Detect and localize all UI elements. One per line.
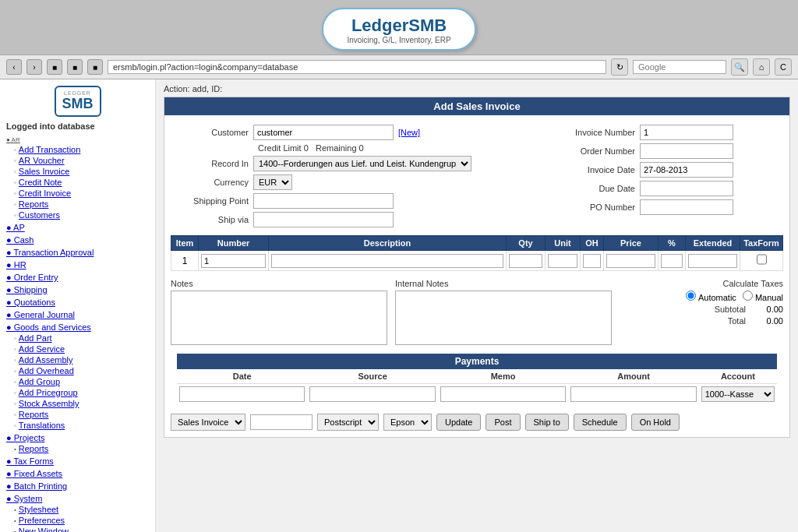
back-btn[interactable]: ‹ <box>6 59 22 75</box>
search-icon[interactable]: 🔍 <box>731 58 748 76</box>
cell-qty <box>507 251 546 271</box>
sidebar-item-add-part[interactable]: ◦Add Part <box>3 333 152 344</box>
sidebar-logo-box: LEDGER SMB <box>55 86 101 117</box>
description-input[interactable] <box>271 254 503 268</box>
invoice-date-input[interactable] <box>640 162 733 178</box>
doc-extra-input[interactable] <box>250 414 312 430</box>
printer-select[interactable]: Epson <box>383 414 432 431</box>
browser-home-icon[interactable]: ⌂ <box>753 58 770 76</box>
payment-account-cell: 1000--Kasse <box>699 384 777 405</box>
number-input[interactable] <box>201 254 266 268</box>
total-value: 0.00 <box>752 316 783 326</box>
col-unit: Unit <box>546 236 581 251</box>
percent-input[interactable] <box>661 254 683 268</box>
sidebar-item-add-transaction[interactable]: ◦Add Transaction <box>3 144 152 155</box>
on-hold-button[interactable]: On Hold <box>631 414 680 431</box>
price-input[interactable] <box>606 254 655 268</box>
sidebar-item-cash[interactable]: ● Cash <box>3 234 152 245</box>
ship-to-button[interactable]: Ship to <box>525 414 569 431</box>
customer-input[interactable] <box>253 125 394 140</box>
manual-radio[interactable] <box>743 291 753 301</box>
sidebar-item-ap[interactable]: ● AP <box>3 222 152 233</box>
cell-taxform <box>740 251 783 271</box>
col-account: Account <box>699 369 777 384</box>
home-btn[interactable]: ■ <box>47 59 62 75</box>
customer-label: Customer <box>171 128 249 137</box>
due-date-row: Due Date <box>557 181 783 196</box>
sidebar-item-quotations[interactable]: ● Quotations <box>3 297 152 308</box>
refresh-btn[interactable]: ↻ <box>611 58 628 76</box>
sidebar-item-general-journal[interactable]: ● General Journal <box>3 309 152 320</box>
qty-input[interactable] <box>509 254 542 268</box>
sidebar-item-sales-invoice[interactable]: ◦Sales Invoice <box>3 166 152 177</box>
sidebar-item-tax-forms[interactable]: ● Tax Forms <box>3 456 152 467</box>
sidebar-item-system[interactable]: ● System <box>3 493 152 504</box>
col-amount: Amount <box>568 369 698 384</box>
browser-refresh-icon[interactable]: C <box>775 58 792 76</box>
sidebar-item-add-pricegroup[interactable]: ◦Add Pricegroup <box>3 387 152 398</box>
internal-notes-textarea[interactable] <box>395 291 612 345</box>
url-bar[interactable] <box>108 60 606 74</box>
logo-subtitle: Invoicing, G/L, Inventory, ERP <box>347 36 450 44</box>
record-in-select[interactable]: 1400--Forderungen aus Lief. und Leist. K… <box>253 156 471 171</box>
sidebar-item-add-service[interactable]: ◦Add Service <box>3 344 152 354</box>
sidebar-item-goods-services[interactable]: ● Goods and Services <box>3 322 152 333</box>
invoice-number-input[interactable] <box>640 125 733 140</box>
page-btn[interactable]: ■ <box>87 59 103 75</box>
sidebar-item-add-assembly[interactable]: ◦Add Assembly <box>3 354 152 365</box>
taxform-checkbox[interactable] <box>757 252 767 266</box>
sidebar-item-gs-reports[interactable]: ◦Reports <box>3 409 152 420</box>
cell-item-num: 1 <box>171 251 199 271</box>
search-bar[interactable] <box>633 60 726 74</box>
sidebar-item-credit-note[interactable]: ◦Credit Note <box>3 177 152 188</box>
sidebar-item-fixed-assets[interactable]: ● Fixed Assets <box>3 468 152 479</box>
sidebar-item-customers[interactable]: ◦Customers <box>3 210 152 220</box>
schedule-button[interactable]: Schedule <box>574 414 627 431</box>
sidebar-item-add-group[interactable]: ◦Add Group <box>3 376 152 387</box>
shipping-point-input[interactable] <box>253 193 394 209</box>
sidebar-item-projects-reports[interactable]: •Reports <box>3 443 152 454</box>
ship-via-input[interactable] <box>253 212 394 227</box>
forward-btn[interactable]: › <box>26 59 42 75</box>
currency-select[interactable]: EUR <box>253 174 292 190</box>
po-number-input[interactable] <box>640 199 733 215</box>
notes-textarea[interactable] <box>171 291 387 345</box>
new-customer-link[interactable]: [New] <box>398 128 420 137</box>
sidebar-item-shipping[interactable]: ● Shipping <box>3 284 152 295</box>
payment-date-input[interactable] <box>179 386 305 402</box>
oh-input[interactable] <box>583 254 601 268</box>
sidebar-item-new-window[interactable]: •New Window <box>3 526 152 532</box>
sidebar-item-ar-reports[interactable]: ◦Reports <box>3 199 152 210</box>
sidebar-item-ar[interactable]: ● AR <box>3 136 150 144</box>
sidebar-item-ar-voucher[interactable]: ◦AR Voucher <box>3 155 152 166</box>
order-number-input[interactable] <box>640 143 733 159</box>
form-top-columns: Customer [New] Credit Limit 0 Remaining … <box>171 125 783 231</box>
notes-tax-section: Notes Internal Notes Calculate Taxes <box>164 276 789 351</box>
post-button[interactable]: Post <box>486 414 520 431</box>
extended-input[interactable] <box>688 254 737 268</box>
payment-amount-input[interactable] <box>570 386 696 402</box>
sidebar-item-batch-printing[interactable]: ● Batch Printing <box>3 481 152 491</box>
cell-number <box>199 251 269 271</box>
automatic-radio[interactable] <box>686 291 696 301</box>
sidebar-item-translations[interactable]: ◦Translations <box>3 420 152 431</box>
sidebar-item-stylesheet[interactable]: •Stylesheet <box>3 504 152 515</box>
update-button[interactable]: Update <box>436 414 481 431</box>
doc-type-select[interactable]: Sales Invoice <box>171 414 245 431</box>
sidebar-item-stock-assembly[interactable]: ◦Stock Assembly <box>3 398 152 409</box>
sidebar-item-order-entry[interactable]: ● Order Entry <box>3 272 152 283</box>
sidebar-item-add-overhead[interactable]: ◦Add Overhead <box>3 365 152 376</box>
print-format-select[interactable]: Postscript <box>317 414 379 431</box>
col-item: Item <box>171 236 199 251</box>
bookmark-btn[interactable]: ■ <box>67 59 83 75</box>
payment-source-input[interactable] <box>309 386 435 402</box>
sidebar-item-projects[interactable]: ● Projects <box>3 432 152 443</box>
due-date-input[interactable] <box>640 181 733 196</box>
sidebar-item-hr[interactable]: ● HR <box>3 259 152 270</box>
payment-account-select[interactable]: 1000--Kasse <box>701 386 775 402</box>
payment-memo-input[interactable] <box>440 386 566 402</box>
sidebar-item-transaction-approval[interactable]: ● Transaction Approval <box>3 247 152 258</box>
unit-input[interactable] <box>548 254 577 268</box>
sidebar-item-preferences[interactable]: •Preferences <box>3 515 152 526</box>
sidebar-item-credit-invoice[interactable]: ◦Credit Invoice <box>3 188 152 199</box>
